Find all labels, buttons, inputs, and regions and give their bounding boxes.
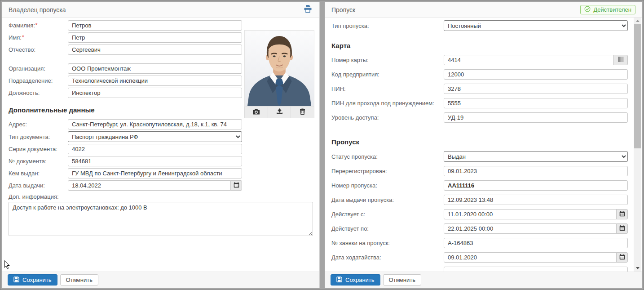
lastname-input[interactable] (68, 20, 242, 31)
issued-by-row: Кем выдан: (9, 168, 313, 178)
pass-cancel-button[interactable]: Отменить (383, 274, 421, 286)
scroll-up-button[interactable] (634, 18, 641, 24)
document-number-input[interactable] (68, 156, 242, 166)
duress-pin-label: ПИН для прохода под принуждением: (331, 100, 444, 107)
firstname-input[interactable] (68, 32, 242, 43)
pass-title: Пропуск (331, 6, 355, 13)
patronymic-input[interactable] (68, 45, 242, 55)
organization-label: Организация: (9, 65, 68, 72)
facility-code-label: Код предприятия: (331, 71, 444, 78)
pass-save-button[interactable]: Сохранить (331, 274, 380, 286)
pass-section-heading: Пропуск (331, 138, 628, 146)
clipped-next-input[interactable] (444, 267, 628, 272)
petition-date-input[interactable] (444, 252, 617, 263)
delete-photo-button[interactable] (291, 107, 314, 118)
reregistered-row: Перерегистрирован: (331, 166, 628, 176)
photo-toolbar (244, 107, 314, 118)
required-mark: * (22, 34, 24, 40)
duress-pin-row: ПИН для прохода под принуждением: (331, 98, 628, 108)
owner-save-button[interactable]: Сохранить (8, 274, 57, 286)
pass-issue-date-input[interactable] (444, 195, 628, 205)
owner-photo-box (244, 30, 314, 118)
floppy-icon (13, 277, 19, 284)
pin-input[interactable] (444, 84, 628, 94)
access-level-input[interactable] (444, 112, 628, 123)
calendar-icon (234, 182, 239, 189)
department-label: Подразделение: (9, 77, 68, 84)
barcode-icon (618, 57, 624, 63)
additional-info-textarea[interactable]: Доступ к работе на электроустановках: до… (9, 202, 313, 236)
pass-status-label: Статус пропуска: (331, 153, 444, 160)
camera-icon (252, 109, 260, 116)
document-type-row: Тип документа: Паспорт гражданина РФ (9, 131, 313, 142)
pass-number-input[interactable] (444, 180, 628, 191)
scroll-up-icon (636, 20, 640, 22)
additional-info-label: Доп. информация: (9, 193, 313, 200)
scroll-down-button[interactable] (634, 265, 641, 272)
floppy-icon (336, 277, 342, 284)
reregistered-input[interactable] (444, 166, 628, 176)
valid-to-input[interactable] (444, 223, 617, 234)
document-type-select[interactable]: Паспорт гражданина РФ (68, 131, 242, 142)
pass-issue-date-row: Дата выдачи пропуска: (331, 195, 628, 205)
trash-icon (300, 108, 305, 116)
pass-management-window: Владелец пропуска Фамилия:* Имя:* (0, 0, 644, 290)
status-badge: Действителен (580, 5, 635, 14)
issue-date-calendar-button[interactable] (230, 180, 242, 191)
valid-from-calendar-button[interactable] (616, 209, 628, 219)
valid-to-calendar-button[interactable] (616, 223, 628, 234)
petition-date-row: Дата ходатайства: (331, 252, 628, 263)
position-input[interactable] (68, 88, 242, 98)
pass-header: Пропуск Действителен (325, 2, 642, 18)
calendar-icon (619, 225, 625, 232)
document-series-input[interactable] (68, 144, 242, 154)
petition-date-calendar-button[interactable] (616, 252, 628, 263)
reregistered-label: Перерегистрирован: (331, 168, 444, 174)
document-series-label: Серия документа: (9, 146, 68, 152)
pass-number-row: Номер пропуска: (331, 180, 628, 191)
valid-from-input[interactable] (444, 209, 617, 219)
application-number-label: № заявки на пропуск: (331, 240, 444, 246)
upload-photo-button[interactable] (268, 107, 291, 118)
position-label: Должность: (9, 89, 68, 96)
card-section-heading: Карта (331, 42, 628, 49)
card-number-input[interactable] (444, 55, 613, 65)
scrollbar[interactable] (634, 18, 641, 272)
owner-cancel-button[interactable]: Отменить (60, 274, 98, 286)
organization-input[interactable] (68, 63, 242, 74)
card-number-row: Номер карты: (331, 55, 628, 65)
pass-type-select[interactable]: Постоянный (444, 20, 628, 31)
access-level-label: Уровень доступа: (331, 114, 444, 121)
lastname-label: Фамилия:* (9, 22, 68, 29)
pass-issue-date-label: Дата выдачи пропуска: (331, 196, 444, 203)
printer-icon (304, 8, 312, 14)
department-input[interactable] (68, 76, 242, 86)
calendar-icon (619, 254, 625, 261)
status-badge-label: Действителен (593, 6, 631, 13)
pin-row: ПИН: (331, 84, 628, 94)
scrollbar-thumb[interactable] (634, 24, 641, 148)
patronymic-label: Отчество: (9, 46, 68, 53)
address-row: Адрес: (9, 119, 313, 129)
facility-code-input[interactable] (444, 69, 628, 80)
petition-date-label: Дата ходатайства: (331, 254, 444, 261)
pass-status-select[interactable]: Выдан (444, 151, 628, 162)
document-series-row: Серия документа: (9, 144, 313, 154)
issue-date-row: Дата выдачи: (9, 180, 313, 191)
issued-by-input[interactable] (68, 168, 242, 178)
scroll-down-icon (636, 267, 640, 269)
owner-photo (244, 30, 314, 107)
address-input[interactable] (68, 119, 242, 129)
lastname-row: Фамилия:* (9, 20, 313, 31)
issue-date-input[interactable] (68, 180, 231, 191)
duress-pin-input[interactable] (444, 98, 628, 108)
document-type-label: Тип документа: (9, 134, 68, 140)
take-photo-button[interactable] (245, 107, 268, 118)
pass-status-row: Статус пропуска: Выдан (331, 151, 628, 162)
print-button[interactable] (303, 4, 313, 15)
valid-from-label: Действует с: (331, 211, 444, 218)
pass-panel: Пропуск Действителен Тип пропуска: Посто… (325, 2, 642, 288)
clipped-next-row (331, 267, 628, 272)
application-number-input[interactable] (444, 238, 628, 248)
card-number-scan-button[interactable] (613, 55, 628, 65)
